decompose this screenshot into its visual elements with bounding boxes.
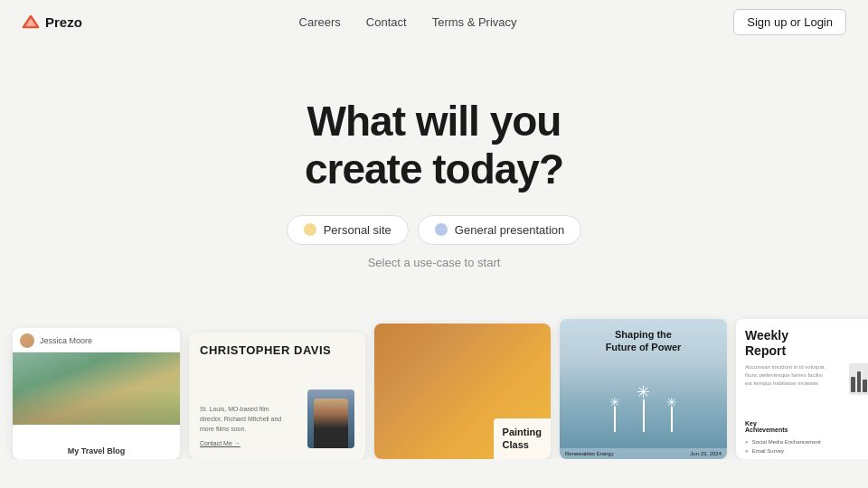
nav-links: Careers Contact Terms & Privacy bbox=[299, 15, 517, 29]
card-4-background: Shaping the Future of Power ✳ ✳ ✳ Renewa… bbox=[560, 319, 727, 459]
card-1-user: Jessica Moore bbox=[40, 336, 92, 345]
card-christopher-davis[interactable]: CHRISTOPHER DAVIS St. Louis, MO-based fi… bbox=[189, 333, 365, 459]
nav-terms[interactable]: Terms & Privacy bbox=[432, 15, 517, 29]
card-5-header: Weekly Report bbox=[745, 328, 868, 359]
card-4-meta: Renewables Energy Jun 23, 2024 bbox=[560, 448, 727, 459]
hero-heading: What will you create today? bbox=[0, 98, 868, 193]
card-5-desc: Accumsan tincidunt in id volutpat. Nunc … bbox=[745, 363, 842, 388]
general-presentation-label: General presentation bbox=[455, 223, 564, 237]
card-2-bottom: St. Louis, MO-based film director, Richa… bbox=[200, 389, 354, 448]
illus-chart bbox=[849, 363, 868, 395]
card-painting-class[interactable]: PaintingClass bbox=[374, 324, 551, 459]
card-4-turbines: ✳ ✳ ✳ bbox=[560, 382, 727, 432]
hero-subtitle: Select a use-case to start bbox=[0, 256, 868, 269]
nav-contact[interactable]: Contact bbox=[366, 15, 407, 29]
card-1-header: Jessica Moore bbox=[13, 328, 180, 352]
card-5-achievements: Key Achievements bbox=[745, 420, 868, 433]
card-shaping-future[interactable]: Shaping the Future of Power ✳ ✳ ✳ Renewa… bbox=[560, 319, 727, 459]
card-4-title: Shaping the Future of Power bbox=[560, 328, 727, 354]
card-1-footer: My Travel Blog bbox=[13, 443, 180, 459]
card-travel-blog[interactable]: Jessica Moore My Travel Blog bbox=[13, 328, 180, 459]
card-5-point-1: ● Social Media Enchancement bbox=[745, 438, 868, 447]
nav-careers[interactable]: Careers bbox=[299, 15, 341, 29]
card-3-label: PaintingClass bbox=[503, 427, 542, 450]
nav-cta: Sign up or Login bbox=[733, 9, 846, 35]
card-3-overlay: PaintingClass bbox=[494, 418, 551, 459]
card-5-right bbox=[849, 363, 868, 413]
card-5-body: Accumsan tincidunt in id volutpat. Nunc … bbox=[745, 363, 868, 413]
preview-cards: Jessica Moore My Travel Blog CHRISTOPHER… bbox=[0, 314, 868, 459]
card-2-name: CHRISTOPHER DAVIS bbox=[200, 343, 354, 357]
avatar bbox=[20, 333, 34, 348]
personal-site-label: Personal site bbox=[324, 223, 392, 237]
turbine-1: ✳ bbox=[609, 395, 620, 432]
hero-section: What will you create today? Personal sit… bbox=[0, 43, 868, 296]
card-2-info: St. Louis, MO-based film director, Richa… bbox=[200, 404, 281, 448]
card-5-illustration bbox=[849, 363, 868, 413]
card-1-image-overlay bbox=[13, 389, 180, 425]
card-2-photo bbox=[307, 389, 354, 448]
use-case-toggles: Personal site General presentation bbox=[0, 215, 868, 245]
card-2-photo-person bbox=[314, 399, 348, 448]
card-weekly-report[interactable]: Weekly Report Accumsan tincidunt in id v… bbox=[736, 319, 868, 459]
turbine-2: ✳ bbox=[637, 382, 650, 432]
card-2-contact[interactable]: Contact Me → bbox=[200, 438, 281, 448]
logo[interactable]: Prezo bbox=[22, 13, 82, 31]
personal-site-toggle[interactable]: Personal site bbox=[287, 215, 409, 245]
card-1-image bbox=[13, 352, 180, 425]
card-5-point-2: ● Email Survey bbox=[745, 447, 868, 456]
general-presentation-toggle[interactable]: General presentation bbox=[418, 215, 581, 245]
card-5-left: Accumsan tincidunt in id volutpat. Nunc … bbox=[745, 363, 842, 413]
personal-site-dot bbox=[304, 223, 316, 236]
logo-text: Prezo bbox=[45, 14, 82, 30]
logo-icon bbox=[22, 13, 40, 31]
card-1-body bbox=[13, 352, 180, 443]
signup-login-button[interactable]: Sign up or Login bbox=[733, 9, 846, 35]
svg-marker-1 bbox=[24, 16, 38, 27]
turbine-3: ✳ bbox=[666, 395, 677, 432]
card-5-points: ● Social Media Enchancement ● Email Surv… bbox=[745, 438, 868, 455]
navbar: Prezo Careers Contact Terms & Privacy Si… bbox=[0, 0, 868, 43]
general-presentation-dot bbox=[435, 223, 448, 236]
